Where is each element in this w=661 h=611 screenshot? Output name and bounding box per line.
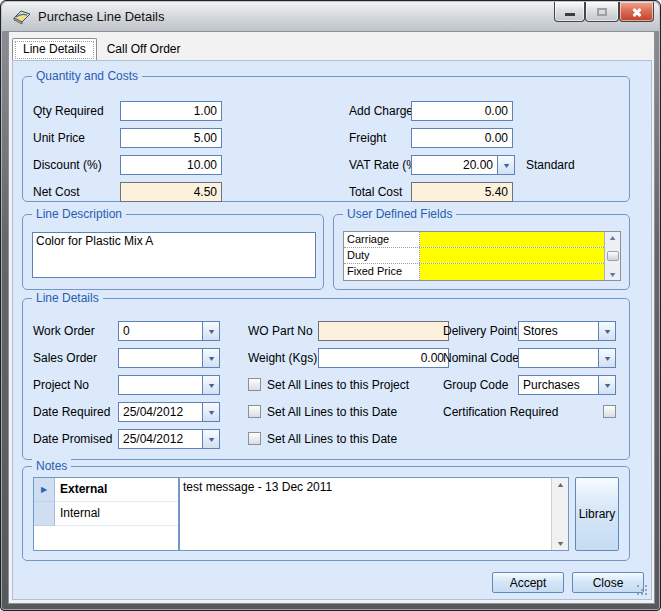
udf-row-value-cell[interactable]: [420, 232, 604, 247]
chevron-down-icon: ▼: [206, 355, 215, 362]
work-order-value: 0: [119, 322, 202, 340]
notes-row-external[interactable]: ▶ External: [34, 478, 178, 502]
work-order-label: Work Order: [33, 321, 95, 341]
udf-row-value-cell[interactable]: [420, 248, 604, 263]
unit-price-input[interactable]: [120, 128, 222, 148]
freight-input[interactable]: [411, 128, 513, 148]
row-selector-cell[interactable]: [34, 502, 55, 526]
close-icon: [631, 6, 643, 18]
tab-line-details[interactable]: Line Details: [12, 38, 97, 60]
group-title: Line Details: [32, 291, 103, 306]
group-code-combo[interactable]: Purchases ▼: [518, 375, 616, 395]
scrollbar-thumb[interactable]: [607, 251, 619, 261]
sales-order-label: Sales Order: [33, 348, 97, 368]
notes-text: test message - 13 Dec 2011: [183, 480, 548, 495]
vat-rate-standard-label: Standard: [526, 155, 575, 175]
unit-price-label: Unit Price: [33, 128, 85, 148]
notes-row-internal[interactable]: Internal: [34, 502, 178, 526]
maximize-button[interactable]: [585, 2, 619, 22]
qty-required-label: Qty Required: [33, 101, 104, 121]
tab-call-off-order[interactable]: Call Off Order: [97, 39, 191, 60]
date-required-value: 25/04/2012: [119, 403, 202, 421]
notes-scrollbar[interactable]: ▲ ▼: [551, 478, 568, 550]
minimize-button[interactable]: [554, 2, 585, 22]
certification-required-label: Certification Required: [443, 402, 558, 422]
vat-rate-dropdown-button[interactable]: ▼: [497, 156, 514, 174]
vat-rate-combo[interactable]: 20.00 ▼: [411, 155, 515, 175]
group-user-defined-fields: User Defined Fields Carriage Duty Fixed …: [333, 214, 630, 290]
chevron-down-icon: ▼: [206, 328, 215, 335]
project-no-combo[interactable]: ▼: [118, 375, 220, 395]
scroll-down-icon[interactable]: ▼: [608, 271, 617, 278]
group-quantity-and-costs: Quantity and Costs Qty Required Unit Pri…: [22, 76, 630, 202]
project-no-label: Project No: [33, 375, 89, 395]
chevron-down-icon: ▼: [206, 436, 215, 443]
add-charge-input[interactable]: [411, 101, 513, 121]
table-row: Fixed Price: [344, 264, 604, 280]
row-selector-arrow-icon: ▶: [41, 486, 47, 494]
qty-required-input[interactable]: [120, 101, 222, 121]
table-row: Carriage: [344, 232, 604, 248]
group-code-label: Group Code: [443, 375, 508, 395]
chevron-down-icon: ▼: [602, 382, 611, 389]
notes-row-label: External: [55, 478, 178, 502]
chevron-down-icon: ▼: [206, 382, 215, 389]
window-title: Purchase Line Details: [38, 9, 164, 24]
accept-button[interactable]: Accept: [492, 572, 564, 593]
client-area: Line Details Call Off Order Quantity and…: [8, 31, 655, 604]
set-all-lines-date-checkbox-1[interactable]: [248, 405, 261, 418]
certification-required-checkbox[interactable]: [603, 405, 616, 418]
date-required-label: Date Required: [33, 402, 110, 422]
date-promised-dropdown-button[interactable]: ▼: [202, 430, 219, 448]
project-no-dropdown-button[interactable]: ▼: [202, 376, 219, 394]
scroll-up-icon[interactable]: ▲: [608, 234, 617, 241]
chevron-down-icon: ▼: [602, 328, 611, 335]
set-all-lines-date-label-1: Set All Lines to this Date: [267, 402, 397, 422]
chevron-down-icon: ▼: [602, 355, 611, 362]
freight-label: Freight: [349, 128, 386, 148]
group-code-dropdown-button[interactable]: ▼: [598, 376, 615, 394]
nominal-code-combo[interactable]: ▼: [518, 348, 616, 368]
delivery-point-dropdown-button[interactable]: ▼: [598, 322, 615, 340]
notes-text-area[interactable]: test message - 13 Dec 2011 ▲ ▼: [179, 477, 569, 551]
weight-label: Weight (Kgs): [248, 348, 317, 368]
udf-row-label: Fixed Price: [344, 264, 420, 280]
weight-input[interactable]: [318, 348, 449, 368]
date-required-dropdown-button[interactable]: ▼: [202, 403, 219, 421]
work-order-dropdown-button[interactable]: ▼: [202, 322, 219, 340]
sales-order-value: [119, 349, 202, 367]
udf-scrollbar[interactable]: ▲ ▼: [604, 232, 620, 280]
sales-order-combo[interactable]: ▼: [118, 348, 220, 368]
scroll-up-icon[interactable]: ▲: [555, 481, 564, 488]
close-dialog-button[interactable]: Close: [572, 572, 644, 593]
set-all-lines-project-checkbox[interactable]: [248, 378, 261, 391]
window: Purchase Line Details Line Details Call …: [0, 0, 661, 611]
user-defined-fields-grid: Carriage Duty Fixed Price ▲: [343, 231, 621, 281]
sales-order-dropdown-button[interactable]: ▼: [202, 349, 219, 367]
udf-row-value-cell[interactable]: [420, 264, 604, 280]
close-button[interactable]: [619, 2, 654, 22]
add-charge-label: Add Charge: [349, 101, 413, 121]
date-promised-combo[interactable]: 25/04/2012 ▼: [118, 429, 220, 449]
maximize-icon: [597, 8, 607, 16]
wo-part-no-field: [318, 321, 449, 341]
scroll-down-icon[interactable]: ▼: [555, 540, 564, 547]
resize-grip[interactable]: [637, 585, 648, 596]
project-no-value: [119, 376, 202, 394]
discount-input[interactable]: [120, 155, 222, 175]
work-order-combo[interactable]: 0 ▼: [118, 321, 220, 341]
set-all-lines-date-label-2: Set All Lines to this Date: [267, 429, 397, 449]
line-description-textarea[interactable]: Color for Plastic Mix A: [32, 232, 316, 278]
group-title: Line Description: [32, 207, 126, 222]
nominal-code-dropdown-button[interactable]: ▼: [598, 349, 615, 367]
vat-rate-value: 20.00: [412, 156, 497, 174]
delivery-point-combo[interactable]: Stores ▼: [518, 321, 616, 341]
date-required-combo[interactable]: 25/04/2012 ▼: [118, 402, 220, 422]
date-promised-label: Date Promised: [33, 429, 112, 449]
set-all-lines-project-label: Set All Lines to this Project: [267, 375, 409, 395]
library-button[interactable]: Library: [575, 477, 619, 551]
row-selector-cell[interactable]: ▶: [34, 478, 55, 502]
set-all-lines-date-checkbox-2[interactable]: [248, 432, 261, 445]
net-cost-field: [120, 182, 222, 202]
titlebar[interactable]: Purchase Line Details: [2, 2, 659, 31]
